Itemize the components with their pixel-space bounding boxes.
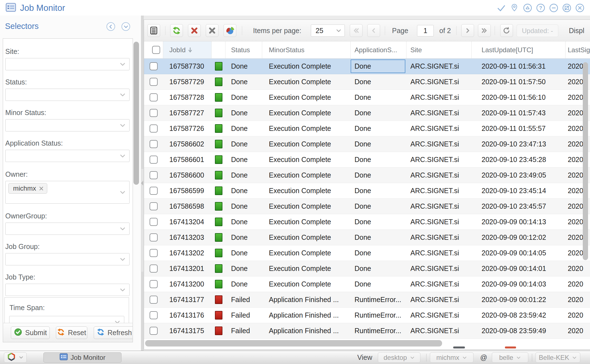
setup-select[interactable]: Belle-KEK	[536, 352, 580, 363]
column-header-applications[interactable]: ApplicationS...	[351, 41, 406, 58]
panel-splitter[interactable]	[141, 16, 144, 351]
app-menu-button[interactable]	[4, 352, 27, 363]
table-row[interactable]: 167413203DoneExecution CompleteDoneARC.S…	[144, 230, 590, 245]
table-row[interactable]: 167587728DoneExecution CompleteDoneARC.S…	[144, 90, 590, 105]
row-checkbox[interactable]	[150, 78, 158, 86]
row-checkbox[interactable]	[150, 62, 158, 70]
row-checkbox[interactable]	[150, 280, 158, 288]
reload-button[interactable]	[500, 24, 513, 37]
restore-circle-icon[interactable]	[562, 3, 571, 13]
horizontal-scrollbar[interactable]	[144, 339, 590, 348]
view-select[interactable]: desktop	[378, 352, 420, 363]
cell-status-icon	[212, 308, 225, 323]
vertical-scrollbar[interactable]	[583, 60, 588, 339]
scrollbar-thumb[interactable]	[583, 62, 588, 260]
table-row[interactable]: 167587727DoneExecution CompleteDoneARC.S…	[144, 105, 590, 121]
status-select[interactable]	[5, 89, 130, 101]
column-header-status[interactable]: Status	[225, 41, 262, 58]
select-all-checkbox[interactable]	[152, 46, 160, 54]
applicationstatus-select[interactable]	[5, 150, 130, 162]
column-header-checkbox[interactable]	[144, 41, 163, 58]
column-header-lastsig[interactable]: LastSig	[566, 41, 590, 58]
row-checkbox[interactable]	[150, 140, 158, 148]
table-row[interactable]: 167587726DoneExecution CompleteDoneARC.S…	[144, 121, 590, 136]
table-row[interactable]: 167413176FailedApplication Finished ...R…	[144, 308, 590, 323]
group-select[interactable]: belle	[492, 352, 528, 363]
owner-select[interactable]: michmx	[5, 181, 130, 204]
table-row[interactable]: 167587729DoneExecution CompleteDoneARC.S…	[144, 74, 590, 90]
user-select[interactable]: michmx	[430, 352, 474, 363]
menu-button[interactable]	[147, 24, 160, 37]
site-select[interactable]	[5, 58, 130, 70]
pin-icon[interactable]	[510, 3, 519, 13]
minorstatus-select[interactable]	[5, 119, 130, 131]
collapse-panel-button[interactable]	[106, 22, 115, 31]
collapse-arrow-icon[interactable]	[141, 181, 143, 186]
cell-checkbox	[144, 168, 163, 183]
close-circle-icon[interactable]	[575, 3, 584, 13]
delete-job-button[interactable]	[206, 24, 219, 37]
row-checkbox[interactable]	[150, 187, 158, 195]
row-checkbox[interactable]	[150, 156, 158, 164]
table-row[interactable]: 167413202DoneExecution CompleteDoneARC.S…	[144, 245, 590, 261]
minimized-window-indicator[interactable]	[453, 346, 465, 348]
row-checkbox[interactable]	[150, 171, 158, 179]
table-row[interactable]: 167413175FailedApplication Finished ...R…	[144, 323, 590, 339]
help-circle-icon[interactable]: ?	[536, 3, 545, 13]
table-row[interactable]: 167586599DoneExecution CompleteDoneARC.S…	[144, 183, 590, 199]
row-checkbox[interactable]	[150, 202, 158, 210]
minimize-circle-icon[interactable]	[549, 3, 558, 13]
row-checkbox[interactable]	[150, 265, 158, 273]
cell-jobid: 167587726	[163, 121, 212, 136]
column-header-statusicon[interactable]	[212, 41, 225, 58]
column-header-lastupdateutc[interactable]: LastUpdate[UTC]	[472, 41, 566, 58]
row-checkbox[interactable]	[150, 296, 158, 304]
submit-button[interactable]: Submit	[11, 326, 50, 339]
table-row[interactable]: 167587730DoneExecution CompleteDoneARC.S…	[144, 59, 590, 74]
table-row[interactable]: 167413201DoneExecution CompleteDoneARC.S…	[144, 261, 590, 276]
table-row[interactable]: 167586600DoneExecution CompleteDoneARC.S…	[144, 168, 590, 183]
row-checkbox[interactable]	[150, 109, 158, 117]
scrollbar-thumb[interactable]	[145, 340, 442, 346]
page-number-input[interactable]	[417, 25, 434, 36]
column-header-jobid[interactable]: JobId	[163, 41, 212, 58]
menu-down-button[interactable]	[122, 22, 130, 31]
ownergroup-select[interactable]	[5, 223, 130, 235]
table-row[interactable]: 167586602DoneExecution CompleteDoneARC.S…	[144, 136, 590, 152]
items-per-page-select[interactable]: 25	[311, 24, 345, 37]
row-checkbox[interactable]	[150, 233, 158, 241]
row-checkbox[interactable]	[150, 327, 158, 335]
row-checkbox[interactable]	[150, 218, 158, 226]
table-row[interactable]: 167413204DoneExecution CompleteDoneARC.S…	[144, 214, 590, 230]
check-icon[interactable]	[497, 3, 506, 13]
reset-button[interactable]: Reset	[56, 326, 87, 339]
column-header-minorstatus[interactable]: MinorStatus	[262, 41, 351, 58]
remove-tag-icon[interactable]	[39, 186, 44, 191]
row-checkbox[interactable]	[150, 249, 158, 257]
refresh-table-button[interactable]	[170, 24, 183, 37]
up-circle-icon[interactable]	[523, 3, 532, 13]
table-row[interactable]: 167413200DoneExecution CompleteDoneARC.S…	[144, 276, 590, 292]
row-checkbox[interactable]	[150, 93, 158, 101]
table-row[interactable]: 167586598DoneExecution CompleteDoneARC.S…	[144, 199, 590, 214]
selectors-scrollbar[interactable]	[133, 39, 139, 342]
prev-page-button[interactable]	[367, 24, 380, 37]
table-row[interactable]: 167413177FailedApplication Finished ...R…	[144, 292, 590, 308]
first-page-button[interactable]	[350, 24, 363, 37]
view-label: View	[357, 351, 372, 364]
row-checkbox[interactable]	[150, 124, 158, 133]
last-page-button[interactable]	[478, 24, 491, 37]
table-row[interactable]: 167586601DoneExecution CompleteDoneARC.S…	[144, 152, 590, 168]
row-checkbox[interactable]	[150, 311, 158, 319]
scrollbar-thumb[interactable]	[133, 42, 139, 185]
jobgroup-select[interactable]	[5, 253, 130, 265]
column-header-site[interactable]: Site	[406, 41, 472, 58]
taskbar-job-monitor-button[interactable]: Job Monitor	[43, 352, 122, 363]
next-page-button[interactable]	[461, 24, 474, 37]
kill-job-button[interactable]	[188, 24, 201, 37]
statistics-pie-button[interactable]	[224, 24, 236, 37]
jobtype-select[interactable]	[5, 284, 130, 296]
setup-value: Belle-KEK	[539, 354, 569, 361]
refresh-button[interactable]: Refresh	[94, 326, 133, 339]
minimized-window-indicator[interactable]	[505, 346, 516, 348]
